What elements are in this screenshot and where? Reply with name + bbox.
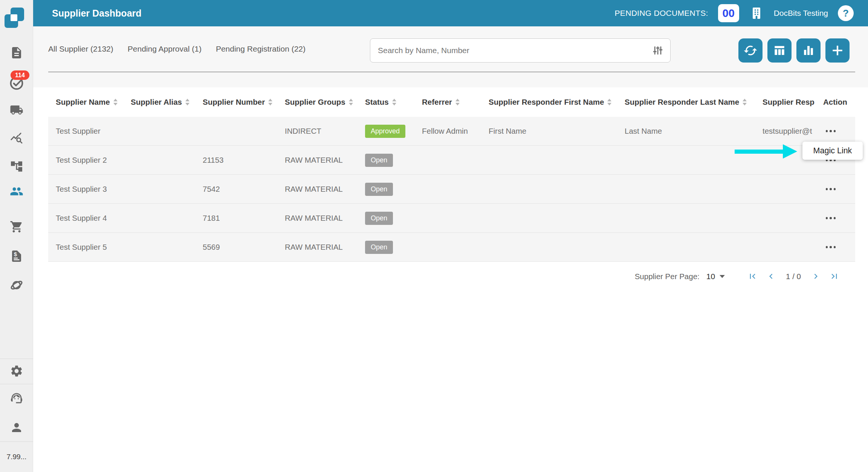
sidebar-divider <box>0 441 33 442</box>
app-version: 7.99... <box>0 453 33 461</box>
supplier-name-cell: Test Supplier 4 <box>56 214 131 223</box>
sort-icon[interactable] <box>113 99 118 105</box>
supplier-groups-cell: RAW MATERIAL <box>285 214 365 223</box>
column-header[interactable]: Supplier Groups <box>285 98 365 107</box>
column-header[interactable]: Supplier Name <box>56 98 131 107</box>
svg-text:$: $ <box>14 251 17 257</box>
responder-first-name-cell: First Name <box>489 127 625 136</box>
annotation-arrow <box>735 150 784 154</box>
network-globe-icon[interactable] <box>10 278 23 292</box>
table-row[interactable]: Test Supplier 3 7542 RAW MATERIAL Open <box>48 175 855 204</box>
documents-icon[interactable] <box>10 46 23 60</box>
sort-icon[interactable] <box>455 99 460 105</box>
column-header[interactable]: Supplier Resp <box>763 98 823 107</box>
row-actions-menu[interactable] <box>823 212 838 224</box>
supplier-number-cell: 7181 <box>203 214 285 223</box>
tab-pending-registration[interactable]: Pending Registration (22) <box>216 44 306 53</box>
sort-icon[interactable] <box>268 99 272 105</box>
column-header[interactable]: Supplier Alias <box>131 98 203 107</box>
sort-icon[interactable] <box>607 99 611 105</box>
responder-email-cell: testsupplier@t <box>763 127 823 136</box>
shipments-truck-icon[interactable] <box>10 103 23 117</box>
settings-gear-icon[interactable] <box>10 364 23 378</box>
chevron-down-icon <box>720 275 725 278</box>
status-badge: Open <box>365 154 393 167</box>
organization-name: DocBits Testing <box>774 9 828 18</box>
filter-tune-icon[interactable] <box>652 45 663 56</box>
user-profile-icon[interactable] <box>10 421 23 434</box>
analytics-icon[interactable] <box>10 131 23 145</box>
workflow-icon[interactable] <box>10 160 23 173</box>
table-view-button[interactable] <box>767 38 792 63</box>
supplier-number-cell: 21153 <box>203 156 285 165</box>
status-cell: Open <box>365 212 422 225</box>
status-badge: Open <box>365 183 393 196</box>
invoices-icon[interactable]: $ <box>10 249 23 263</box>
status-badge: Approved <box>365 125 405 138</box>
organization-building-icon <box>749 6 764 21</box>
sort-icon[interactable] <box>185 99 189 105</box>
pending-documents-label: PENDING DOCUMENTS: <box>615 9 708 18</box>
supplier-name-cell: Test Supplier 2 <box>56 156 131 165</box>
next-page-button[interactable] <box>811 271 821 281</box>
add-supplier-button[interactable] <box>825 38 850 63</box>
tab-all-supplier[interactable]: All Supplier (2132) <box>48 44 113 53</box>
column-header[interactable]: Supplier Responder Last Name <box>625 98 763 107</box>
suppliers-people-icon[interactable] <box>10 185 23 198</box>
tab-pending-approval[interactable]: Pending Approval (1) <box>128 44 202 53</box>
supplier-name-cell: Test Supplier 5 <box>56 243 131 252</box>
table-row[interactable]: Test Supplier 4 7181 RAW MATERIAL Open <box>48 204 855 233</box>
magic-link-tooltip[interactable]: Magic Link <box>802 142 863 160</box>
supplier-groups-cell: INDIRECT <box>285 127 365 136</box>
supplier-groups-cell: RAW MATERIAL <box>285 156 365 165</box>
sidebar-divider <box>0 359 33 359</box>
column-header[interactable]: Supplier Number <box>203 98 285 107</box>
main-content: All Supplier (2132) Pending Approval (1)… <box>33 26 868 472</box>
table-footer: Supplier Per Page: 10 1 / 0 <box>48 262 855 291</box>
search-input[interactable] <box>370 46 652 55</box>
sort-icon[interactable] <box>349 99 353 105</box>
row-actions-menu[interactable] <box>823 241 838 253</box>
status-cell: Approved <box>365 125 422 138</box>
per-page-label: Supplier Per Page: <box>635 272 700 281</box>
annotation-arrow-head <box>783 144 797 159</box>
purchase-orders-cart-icon[interactable] <box>10 220 23 234</box>
supplier-groups-cell: RAW MATERIAL <box>285 185 365 194</box>
supplier-tabs: All Supplier (2132) Pending Approval (1)… <box>48 44 306 53</box>
status-cell: Open <box>365 154 422 167</box>
sidebar: 114 $ <box>0 0 33 472</box>
search-box <box>370 38 671 63</box>
column-header[interactable]: Status <box>365 98 422 107</box>
support-headset-icon[interactable] <box>10 391 23 405</box>
last-page-button[interactable] <box>829 271 839 281</box>
table-header-row: Supplier Name Supplier Alias Supplier Nu… <box>48 87 855 117</box>
help-icon[interactable]: ? <box>838 5 854 21</box>
referrer-cell: Fellow Admin <box>422 127 489 136</box>
refresh-button[interactable] <box>738 38 763 63</box>
pending-documents-count-badge[interactable]: 00 <box>718 4 739 22</box>
column-header[interactable]: Supplier Responder First Name <box>489 98 625 107</box>
status-cell: Open <box>365 183 422 196</box>
status-badge: Open <box>365 212 393 225</box>
table-row[interactable]: Test Supplier 2 21153 RAW MATERIAL Open <box>48 146 855 175</box>
sort-icon[interactable] <box>743 99 747 105</box>
sort-icon[interactable] <box>392 99 396 105</box>
per-page-select[interactable]: 10 <box>706 272 725 281</box>
supplier-number-cell: 7542 <box>203 185 285 194</box>
supplier-table: Supplier Name Supplier Alias Supplier Nu… <box>48 87 855 291</box>
row-actions-menu[interactable] <box>823 183 838 195</box>
column-header: Action <box>823 98 855 107</box>
column-header[interactable]: Referrer <box>422 98 489 107</box>
previous-page-button[interactable] <box>766 271 776 281</box>
table-row[interactable]: Test Supplier 5 5569 RAW MATERIAL Open <box>48 233 855 262</box>
app-logo[interactable] <box>0 0 33 33</box>
supplier-number-cell: 5569 <box>203 243 285 252</box>
responder-last-name-cell: Last Name <box>625 127 763 136</box>
supplier-groups-cell: RAW MATERIAL <box>285 243 365 252</box>
approvals-count-badge: 114 <box>11 70 29 80</box>
sidebar-divider <box>0 384 33 384</box>
table-row[interactable]: Test Supplier INDIRECT Approved Fellow A… <box>48 117 855 146</box>
first-page-button[interactable] <box>747 271 758 281</box>
chart-view-button[interactable] <box>796 38 821 63</box>
row-actions-menu[interactable] <box>823 125 838 137</box>
